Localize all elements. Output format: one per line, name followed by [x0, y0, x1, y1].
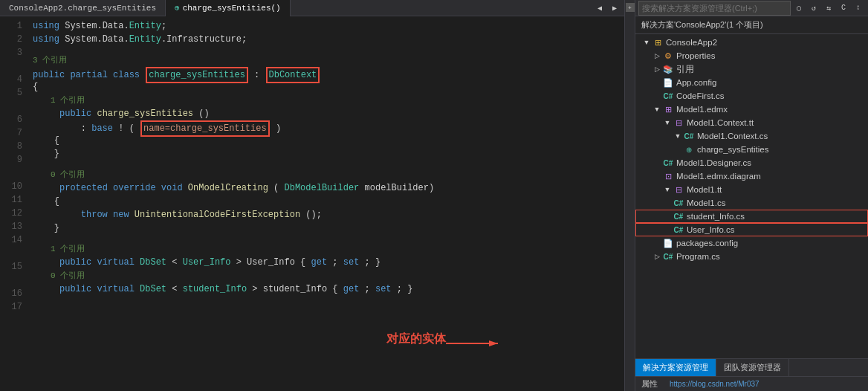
- tab-charge-sysentities-method[interactable]: ⊕ charge_sysEntities(): [166, 0, 291, 16]
- collapse-btn[interactable]: +: [626, 3, 635, 12]
- code-line-class: public partial class charge_sysEntities …: [33, 67, 624, 80]
- tree-item-chargesysentities[interactable]: ⊕ charge_sysEntities: [635, 143, 868, 156]
- tree-arrow-contexttt[interactable]: ▼: [662, 116, 673, 129]
- tree-icon-model1cs: C#: [673, 197, 684, 209]
- toolbar-btn-1[interactable]: ◯: [792, 1, 806, 15]
- code-lines[interactable]: using System.Data.Entity; using System.D…: [27, 16, 624, 391]
- tree-label-properties: Properties: [676, 51, 715, 60]
- tree-arrow-programcs[interactable]: ▷: [652, 250, 662, 263]
- code-meta-5: 0 个引用: [33, 269, 624, 282]
- tree-icon-appconfig: 📄: [662, 77, 674, 88]
- tab-icon: ⊕: [175, 3, 180, 13]
- code-blank-3: [33, 235, 624, 242]
- tree-arrow-contextcs[interactable]: ▼: [673, 129, 683, 143]
- tree-label-contexttt: Model1.Context.tt: [687, 118, 754, 127]
- code-editor: 1 2 3 4 5 6 7 8 9 10 11 12 13 14 15 16 1…: [0, 16, 624, 391]
- tree-arrow-references[interactable]: ▷: [652, 62, 662, 76]
- tree-item-diagram[interactable]: ⊡ Model1.edmx.diagram: [635, 169, 868, 183]
- tree-item-packagesconfig[interactable]: 📄 packages.config: [635, 236, 868, 250]
- tree-icon-references: 📚: [662, 63, 674, 75]
- code-meta-1: 3 个引用: [33, 54, 624, 67]
- tree-arrow-model1edmx[interactable]: ▼: [652, 103, 662, 116]
- tree-label-packagesconfig: packages.config: [676, 239, 738, 248]
- tree-arrow-consoleapp2[interactable]: ▼: [641, 36, 652, 49]
- tree-label-consoleapp2: ConsoleApp2: [666, 38, 717, 47]
- solution-tree[interactable]: ▼ ⊞ ConsoleApp2 ▷ ⚙ Properties ▷ 📚 引用 📄 …: [635, 34, 868, 358]
- code-line-brace3: }: [33, 147, 624, 161]
- tree-label-contextcs: Model1.Context.cs: [697, 132, 768, 140]
- code-line-ctor: public charge_sysEntities (): [33, 107, 624, 120]
- toolbar-btn-3[interactable]: ⇆: [822, 1, 835, 15]
- tab-bar: ConsoleApp2.charge_sysEntities ⊕ charge_…: [0, 0, 624, 16]
- solution-search-input[interactable]: [638, 1, 791, 16]
- property-bar-url: https://blog.csdn.net/Mr037: [670, 380, 760, 388]
- tree-icon-consoleapp2: ⊞: [652, 36, 664, 48]
- code-line-base: : base ! ( name=charge_sysEntities ): [33, 120, 624, 134]
- code-blank-1: [33, 46, 624, 54]
- tree-label-codefirst: CodeFirst.cs: [676, 91, 725, 100]
- property-bar: 属性 https://blog.csdn.net/Mr037: [635, 376, 868, 391]
- code-meta-3: 0 个引用: [33, 168, 624, 181]
- tab-team-explorer[interactable]: 团队资源管理器: [716, 359, 789, 377]
- tree-label-programcs: Program.cs: [676, 252, 720, 261]
- tree-item-model1cs[interactable]: C# Model1.cs: [635, 196, 868, 210]
- tree-item-references[interactable]: ▷ 📚 引用: [635, 62, 868, 76]
- code-blank-2: [33, 161, 624, 168]
- code-line-brace1: {: [33, 80, 624, 94]
- code-line-onmodel: protected override void OnModelCreating …: [33, 181, 624, 195]
- tree-icon-packagesconfig: 📄: [662, 237, 674, 249]
- tree-item-properties[interactable]: ▷ ⚙ Properties: [635, 49, 868, 62]
- code-line-student-info: public virtual DbSet < student_Info > st…: [33, 282, 624, 296]
- code-line-2: using System.Data.Entity.Infrastructure;: [33, 33, 624, 46]
- toolbar-btn-4[interactable]: C: [837, 1, 850, 15]
- tree-icon-codefirst: C#: [662, 90, 674, 102]
- tree-item-student-info[interactable]: C# student_Info.cs: [635, 210, 868, 223]
- line-numbers: 1 2 3 4 5 6 7 8 9 10 11 12 13 14 15 16 1…: [6, 16, 27, 391]
- toolbar-btn-5[interactable]: ↕: [852, 1, 865, 15]
- tree-item-user-info[interactable]: C# User_Info.cs: [635, 223, 868, 236]
- tree-arrow-model1tt[interactable]: ▼: [662, 183, 673, 196]
- tree-item-codefirst[interactable]: C# CodeFirst.cs: [635, 89, 868, 103]
- tab-solution-explorer[interactable]: 解决方案资源管理: [635, 359, 716, 377]
- solution-explorer-toolbar: ◯ ↺ ⇆ C ↕: [635, 0, 868, 16]
- tree-item-appconfig[interactable]: 📄 App.config: [635, 76, 868, 89]
- tree-label-appconfig: App.config: [676, 78, 716, 87]
- code-meta-2: 1 个引用: [33, 94, 624, 107]
- tab-charge-sysentities-class[interactable]: ConsoleApp2.charge_sysEntities: [0, 0, 166, 16]
- code-line-1: using System.Data.Entity;: [33, 19, 624, 33]
- tree-icon-designer: C#: [662, 157, 674, 169]
- solution-header: 解决方案'ConsoleApp2'(1 个项目): [635, 16, 868, 34]
- code-line-throw: throw new UnintentionalCodeFirstExceptio…: [33, 208, 624, 222]
- tree-icon-student-info: C#: [673, 210, 684, 222]
- tree-icon-diagram: ⊡: [662, 170, 674, 182]
- code-meta-4: 1 个引用: [33, 242, 624, 256]
- tree-icon-chargesysentities: ⊕: [683, 143, 695, 155]
- tree-item-consoleapp2[interactable]: ▼ ⊞ ConsoleApp2: [635, 36, 868, 49]
- tree-label-student-info: student_Info.cs: [687, 212, 745, 221]
- bottom-tabs: 解决方案资源管理 团队资源管理器: [635, 358, 868, 376]
- tree-item-model1tt[interactable]: ▼ ⊟ Model1.tt: [635, 183, 868, 196]
- vertical-divider: +: [624, 0, 635, 391]
- tree-item-designer[interactable]: C# Model1.Designer.cs: [635, 156, 868, 169]
- tree-icon-contexttt: ⊟: [673, 117, 684, 129]
- tree-label-designer: Model1.Designer.cs: [676, 158, 751, 167]
- tree-icon-programcs: C#: [662, 251, 674, 262]
- tree-icon-user-info: C#: [673, 224, 684, 236]
- tree-item-contexttt[interactable]: ▼ ⊟ Model1.Context.tt: [635, 116, 868, 129]
- tree-item-programcs[interactable]: ▷ C# Program.cs: [635, 250, 868, 263]
- tree-item-model1edmx[interactable]: ▼ ⊞ Model1.edmx: [635, 103, 868, 116]
- tree-arrow-properties[interactable]: ▷: [652, 49, 662, 62]
- tree-icon-model1tt: ⊟: [673, 184, 684, 196]
- tree-label-references: 引用: [676, 64, 694, 75]
- solution-explorer-panel: ◯ ↺ ⇆ C ↕ 解决方案'ConsoleApp2'(1 个项目) ▼ ⊞ C…: [635, 0, 868, 391]
- tree-label-model1cs: Model1.cs: [687, 198, 725, 207]
- toolbar-btn-2[interactable]: ↺: [807, 1, 820, 15]
- tree-item-contextcs[interactable]: ▼ C# Model1.Context.cs: [635, 129, 868, 143]
- scroll-right-btn[interactable]: ▶: [608, 1, 621, 15]
- code-line-brace5: }: [33, 222, 624, 235]
- tree-label-diagram: Model1.edmx.diagram: [676, 172, 761, 181]
- tree-label-user-info: User_Info.cs: [687, 225, 735, 234]
- tree-label-chargesysentities: charge_sysEntities: [697, 145, 769, 154]
- property-bar-label: 属性: [641, 378, 658, 390]
- scroll-left-btn[interactable]: ◀: [593, 1, 606, 15]
